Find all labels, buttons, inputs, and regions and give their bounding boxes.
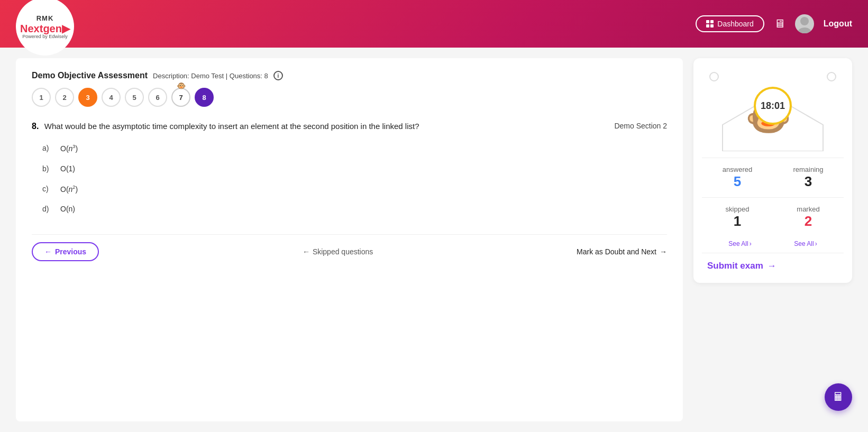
options-list: a) O(n3) b) O(1) c) O(n2) d) O(n): [42, 144, 667, 213]
prev-arrow-icon: ←: [44, 247, 52, 256]
stats-grid-2: skipped 1 marked 2: [702, 198, 844, 237]
calculator-fab[interactable]: 🖩: [825, 383, 852, 411]
question-nav-1[interactable]: 1: [32, 88, 51, 107]
option-d-content: O(n): [60, 205, 75, 213]
remaining-stat: remaining 3: [773, 158, 844, 197]
question-nav-7[interactable]: 7: [171, 88, 190, 107]
marked-value: 2: [778, 213, 838, 229]
bottom-navigation: ← Previous ← Skipped questions Mark as D…: [32, 234, 667, 261]
assessment-header: Demo Objective Assessment Description: D…: [32, 71, 667, 80]
avatar[interactable]: [795, 14, 814, 33]
svg-point-1: [798, 27, 811, 33]
monitor-icon[interactable]: 🖥: [774, 17, 785, 31]
question-nav-2[interactable]: 2: [55, 88, 74, 107]
option-b-label: b): [42, 164, 53, 173]
option-a-content: O(n3): [60, 144, 78, 153]
option-a[interactable]: a) O(n3): [42, 144, 667, 153]
question-nav-5[interactable]: 5: [125, 88, 144, 107]
skipped-stat: skipped 1: [702, 198, 773, 237]
stats-grid: answered 5 remaining 3: [702, 158, 844, 197]
question-text: What would be the asymptotic time comple…: [44, 122, 419, 131]
svg-point-0: [800, 17, 809, 25]
answered-value: 5: [707, 173, 768, 190]
question-panel: Demo Objective Assessment Description: D…: [16, 58, 683, 421]
skip-arrow-icon: ←: [303, 247, 310, 256]
question-navigation: 1 2 3 4 5 6 7 8: [32, 88, 667, 107]
timer-visual: 🐵 18:01: [704, 67, 842, 151]
option-b-content: O(1): [60, 164, 75, 173]
question-row: 8. What would be the asymptotic time com…: [32, 122, 667, 131]
answered-stat: answered 5: [702, 158, 773, 197]
main-layout: Demo Objective Assessment Description: D…: [0, 48, 868, 432]
assessment-description: Description: Demo Test | Questions: 8: [153, 72, 268, 80]
right-sidebar: 🐵 18:01 answered 5 remaining 3: [693, 58, 852, 421]
see-all-skipped-arrow: ›: [750, 240, 752, 247]
option-b[interactable]: b) O(1): [42, 164, 667, 173]
monkey-container: 🐵 18:01: [702, 67, 844, 151]
see-all-row: See All › See All ›: [702, 237, 844, 253]
timer-display: 18:01: [754, 87, 792, 125]
question-content: 8. What would be the asymptotic time com…: [32, 122, 419, 131]
grid-icon: [706, 20, 714, 27]
logo-powered: Powered by Edwisely: [22, 34, 68, 39]
section-label: Demo Section 2: [614, 122, 667, 130]
see-all-skipped-link[interactable]: See All ›: [728, 240, 751, 247]
see-all-marked-link[interactable]: See All ›: [794, 240, 817, 247]
option-c-label: c): [42, 185, 53, 193]
question-nav-6[interactable]: 6: [148, 88, 167, 107]
submit-exam-button[interactable]: Submit exam →: [702, 253, 782, 274]
question-number: 8.: [32, 122, 39, 131]
calculator-icon: 🖩: [833, 390, 844, 404]
question-nav-4[interactable]: 4: [102, 88, 121, 107]
question-nav-3[interactable]: 3: [78, 88, 97, 107]
option-a-label: a): [42, 144, 53, 152]
logo: RMK Nextgen▶ Powered by Edwisely: [16, 0, 74, 56]
header-actions: Dashboard 🖥 Logout: [696, 14, 852, 33]
assessment-title: Demo Objective Assessment: [32, 71, 148, 80]
option-d[interactable]: d) O(n): [42, 205, 667, 213]
see-all-marked-arrow: ›: [815, 240, 817, 247]
info-icon[interactable]: i: [273, 71, 283, 80]
logo-nextgen: Nextgen▶: [20, 22, 70, 35]
option-c[interactable]: c) O(n2): [42, 185, 667, 194]
deco-circle-right: [827, 72, 836, 81]
previous-button[interactable]: ← Previous: [32, 242, 99, 261]
submit-arrow-icon: →: [768, 261, 776, 271]
logout-button[interactable]: Logout: [824, 19, 852, 29]
option-c-content: O(n2): [60, 185, 78, 194]
option-d-label: d): [42, 205, 53, 213]
timer-value: 18:01: [761, 100, 785, 112]
doubt-next-arrow-icon: →: [660, 247, 667, 256]
logo-rmk: RMK: [36, 14, 54, 22]
skipped-questions-link[interactable]: ← Skipped questions: [303, 247, 373, 256]
timer-card: 🐵 18:01 answered 5 remaining 3: [693, 58, 852, 283]
deco-circle-left: [709, 72, 719, 81]
app-header: RMK Nextgen▶ Powered by Edwisely Dashboa…: [0, 0, 868, 48]
mark-doubt-next-button[interactable]: Mark as Doubt and Next →: [577, 247, 667, 256]
question-nav-8[interactable]: 8: [195, 88, 214, 107]
marked-stat: marked 2: [773, 198, 844, 237]
remaining-value: 3: [778, 173, 838, 190]
dashboard-button[interactable]: Dashboard: [696, 15, 764, 32]
skipped-value: 1: [707, 213, 768, 229]
